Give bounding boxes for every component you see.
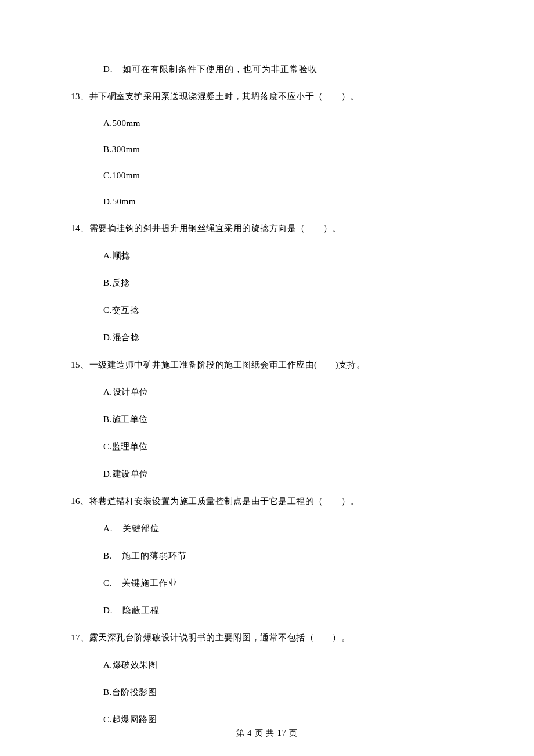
q15-option-c: C.监理单位 [52, 441, 482, 452]
page-content: D. 如可在有限制条件下使用的，也可为非正常验收 13、井下硐室支护采用泵送现浇… [0, 0, 534, 725]
q13-option-c: C.100mm [52, 171, 482, 181]
q17-option-b: B.台阶投影图 [52, 687, 482, 698]
q16-option-c: C. 关键施工作业 [52, 578, 482, 589]
q17-stem: 17、露天深孔台阶爆破设计说明书的主要附图，通常不包括（ ）。 [52, 632, 482, 643]
q16-option-d: D. 隐蔽工程 [52, 605, 482, 616]
q14-option-a: A.顺捻 [52, 250, 482, 261]
q15-option-a: A.设计单位 [52, 387, 482, 398]
page-footer: 第 4 页 共 17 页 [0, 728, 534, 739]
q16-option-b: B. 施工的薄弱环节 [52, 550, 482, 561]
q16-stem: 16、将巷道锚杆安装设置为施工质量控制点是由于它是工程的（ ）。 [52, 496, 482, 507]
q14-stem: 14、需要摘挂钩的斜井提升用钢丝绳宜采用的旋捻方向是（ ）。 [52, 223, 482, 234]
q13-option-a: A.500mm [52, 118, 482, 128]
q15-option-b: B.施工单位 [52, 414, 482, 425]
q17-option-a: A.爆破效果图 [52, 660, 482, 671]
q15-option-d: D.建设单位 [52, 469, 482, 480]
q13-option-b: B.300mm [52, 145, 482, 154]
q12-option-d: D. 如可在有限制条件下使用的，也可为非正常验收 [52, 64, 482, 75]
q14-option-c: C.交互捻 [52, 305, 482, 316]
q14-option-d: D.混合捻 [52, 332, 482, 343]
q13-stem: 13、井下硐室支护采用泵送现浇混凝土时，其坍落度不应小于（ ）。 [52, 91, 482, 102]
q16-option-a: A. 关键部位 [52, 523, 482, 534]
q15-stem: 15、一级建造师中矿井施工准备阶段的施工图纸会审工作应由( )支持。 [52, 359, 482, 370]
q17-option-c: C.起爆网路图 [52, 714, 482, 725]
q13-option-d: D.50mm [52, 197, 482, 207]
q14-option-b: B.反捻 [52, 278, 482, 289]
